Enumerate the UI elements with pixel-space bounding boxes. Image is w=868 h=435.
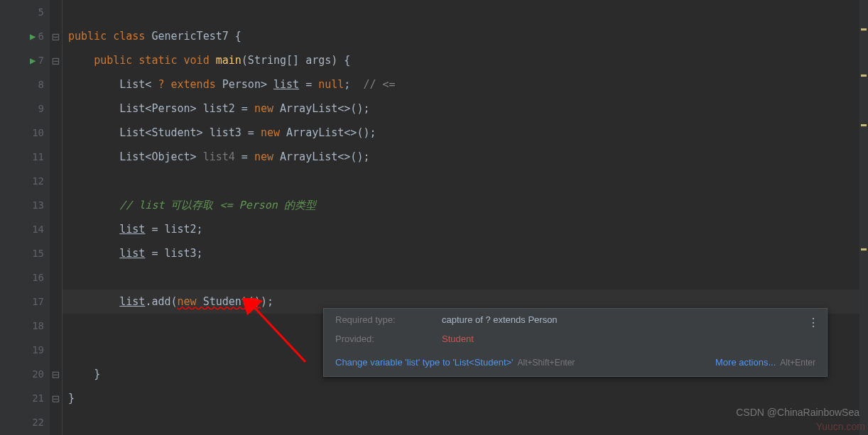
change-variable-type-link[interactable]: Change variable 'list' type to 'List<Stu… <box>335 357 514 368</box>
line-number: 7 <box>38 55 44 66</box>
line-number: 18 <box>32 320 44 331</box>
line-number: 16 <box>32 272 44 283</box>
fold-end-icon[interactable]: ⊟ <box>52 391 60 406</box>
code-line[interactable]: List<Student> list3 = new ArrayList<>(); <box>63 121 868 145</box>
fold-end-icon[interactable]: ⊟ <box>52 367 60 382</box>
line-number: 20 <box>32 368 44 380</box>
watermark-yuucn: Yuucn.com <box>816 421 865 432</box>
line-number: 19 <box>32 344 44 356</box>
provided-label: Provided: <box>335 334 442 344</box>
warning-marker[interactable] <box>861 248 867 250</box>
shortcut-hint: Alt+Shift+Enter <box>518 358 575 368</box>
run-icon[interactable]: ▶ <box>30 31 36 42</box>
line-number: 5 <box>38 6 44 18</box>
required-type-value: capture of ? extends Person <box>442 314 558 325</box>
watermark-csdn: CSDN @ChinaRainbowSea <box>736 407 859 418</box>
code-line[interactable] <box>63 169 868 193</box>
line-number: 12 <box>32 175 44 187</box>
fold-column: ⊟ ⊟ ⊟ ⊟ <box>50 0 63 435</box>
code-line[interactable]: // list 可以存取 <= Person 的类型 <box>63 193 868 217</box>
code-line[interactable]: list = list2; <box>63 217 868 241</box>
gutter: 5 6▶ 7▶ 8 9 10 11 12 13 14 15 16 17 18 1… <box>0 0 50 435</box>
code-line[interactable]: public class GenericTest7 { <box>63 24 868 48</box>
error-stripe <box>859 0 868 435</box>
more-actions-link[interactable]: More actions... <box>715 357 776 368</box>
fold-toggle-icon[interactable]: ⊟ <box>52 53 60 68</box>
line-number: 11 <box>32 151 44 163</box>
line-number: 15 <box>32 248 44 259</box>
code-line[interactable]: List<Person> list2 = new ArrayList<>(); <box>63 97 868 121</box>
warning-marker[interactable] <box>861 28 867 31</box>
code-line[interactable]: public static void main(String[] args) { <box>63 48 868 72</box>
provided-value: Student <box>442 334 474 344</box>
code-line[interactable] <box>63 0 868 24</box>
warning-marker[interactable] <box>861 124 867 126</box>
more-icon[interactable]: ⋮ <box>808 316 818 329</box>
line-number: 21 <box>32 392 44 404</box>
line-number: 6 <box>38 31 44 42</box>
code-line[interactable]: List< ? extends Person> list = null; // … <box>63 72 868 97</box>
run-icon[interactable]: ▶ <box>30 55 36 66</box>
line-number: 22 <box>32 417 44 428</box>
error-tooltip: ⋮ Required type: capture of ? extends Pe… <box>323 308 828 377</box>
code-line[interactable]: list = list3; <box>63 241 868 265</box>
line-number: 17 <box>32 296 44 307</box>
fold-toggle-icon[interactable]: ⊟ <box>52 29 60 44</box>
line-number: 9 <box>38 103 44 114</box>
shortcut-hint: Alt+Enter <box>780 358 815 368</box>
line-number: 10 <box>32 127 44 138</box>
line-number: 13 <box>32 199 44 211</box>
line-number: 14 <box>32 224 44 235</box>
warning-marker[interactable] <box>861 75 867 77</box>
code-line[interactable]: List<Object> list4 = new ArrayList<>(); <box>63 145 868 169</box>
code-line[interactable] <box>63 265 868 290</box>
required-type-label: Required type: <box>335 314 442 325</box>
line-number: 8 <box>38 79 44 90</box>
